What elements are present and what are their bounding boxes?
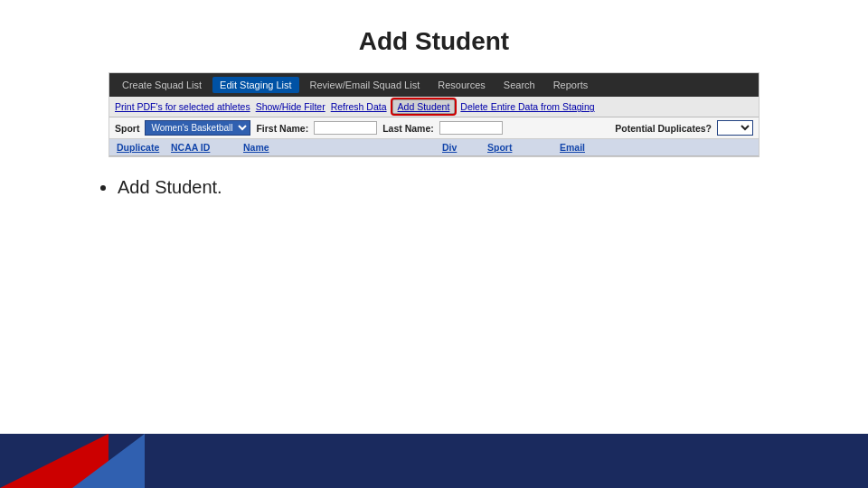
bullet-section: Add Student. — [0, 157, 868, 218]
add-student-button[interactable]: Add Student — [392, 99, 456, 114]
col-ncaa-id: NCAA ID — [167, 141, 240, 154]
bottom-chevron-blue — [72, 434, 145, 488]
first-name-input[interactable] — [314, 121, 377, 135]
col-name: Name — [240, 141, 439, 154]
bottom-decoration — [0, 434, 868, 488]
sport-label: Sport — [115, 123, 139, 134]
first-name-label: First Name: — [256, 123, 308, 134]
col-duplicate: Duplicate — [113, 141, 167, 154]
filter-row: Sport Women's Basketball First Name: Las… — [109, 117, 759, 139]
last-name-input[interactable] — [439, 121, 503, 135]
nav-resources[interactable]: Resources — [430, 77, 493, 93]
potential-duplicates-label: Potential Duplicates? — [615, 123, 712, 134]
table-header: Duplicate NCAA ID Name Div Sport Email — [109, 139, 759, 156]
nav-reports[interactable]: Reports — [546, 77, 596, 93]
nav-edit-staging[interactable]: Edit Staging List — [212, 77, 299, 93]
col-email: Email — [556, 141, 755, 154]
print-pdf-link[interactable]: Print PDF's for selected athletes — [115, 101, 250, 112]
col-sport: Sport — [484, 141, 556, 154]
toolbar: Print PDF's for selected athletes Show/H… — [109, 97, 759, 117]
potential-duplicates-select[interactable] — [717, 120, 753, 136]
nav-bar: Create Squad List Edit Staging List Revi… — [109, 73, 759, 97]
ui-panel: Create Squad List Edit Staging List Revi… — [108, 72, 760, 157]
nav-review-squad[interactable]: Review/Email Squad List — [303, 77, 428, 93]
show-hide-filter-link[interactable]: Show/Hide Filter — [256, 101, 326, 112]
page-title: Add Student — [0, 0, 868, 72]
nav-create-squad[interactable]: Create Squad List — [115, 77, 209, 93]
refresh-data-link[interactable]: Refresh Data — [331, 101, 387, 112]
nav-search[interactable]: Search — [496, 77, 542, 93]
last-name-label: Last Name: — [382, 123, 434, 134]
bullet-item: Add Student. — [118, 177, 778, 198]
sport-select[interactable]: Women's Basketball — [145, 120, 250, 136]
col-div: Div — [439, 141, 484, 154]
delete-entire-data-link[interactable]: Delete Entire Data from Staging — [460, 101, 594, 112]
